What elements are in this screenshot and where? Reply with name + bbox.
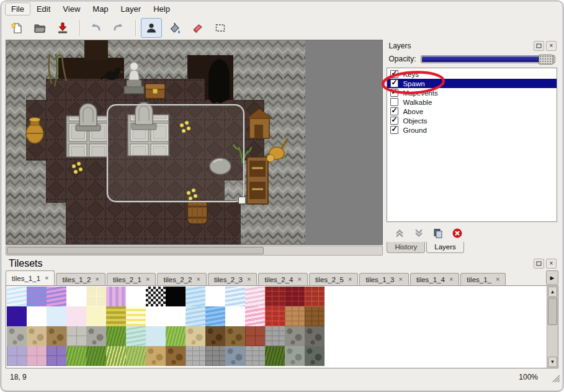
- tileset-tab-2[interactable]: tiles_2_1 ×: [107, 273, 156, 285]
- layer-visibility-checkbox[interactable]: [390, 117, 398, 125]
- tileset-tile[interactable]: [86, 287, 106, 306]
- layer-visibility-checkbox[interactable]: [390, 98, 398, 106]
- layer-visibility-checkbox[interactable]: [390, 107, 398, 115]
- layer-delete-button[interactable]: [450, 226, 464, 240]
- tileset-grid[interactable]: [7, 287, 325, 366]
- tileset-tile[interactable]: [146, 287, 166, 306]
- tileset-tile[interactable]: [106, 287, 126, 306]
- tileset-scrollbar-thumb[interactable]: [548, 298, 557, 325]
- tileset-tile[interactable]: [265, 287, 285, 306]
- tileset-tile[interactable]: [27, 287, 47, 306]
- tileset-tile[interactable]: [7, 326, 27, 346]
- tileset-vertical-scrollbar[interactable]: ▲ ▼: [547, 286, 558, 368]
- tileset-tab-5[interactable]: tiles_2_4 ×: [258, 273, 307, 285]
- tileset-tile[interactable]: [126, 346, 146, 366]
- tab-history[interactable]: History: [387, 242, 425, 253]
- layers-close-button[interactable]: ×: [546, 41, 557, 51]
- tileset-tile[interactable]: [126, 287, 146, 306]
- tileset-tile[interactable]: [7, 287, 27, 306]
- tileset-tile[interactable]: [285, 326, 305, 346]
- tileset-tab-0[interactable]: tiles_1_1 ×: [6, 270, 55, 285]
- tileset-tile[interactable]: [225, 346, 245, 366]
- layer-row-mapevents[interactable]: Mapevents: [387, 88, 557, 97]
- tileset-tile[interactable]: [225, 287, 245, 306]
- save-button[interactable]: [52, 18, 73, 38]
- tileset-tab-8[interactable]: tiles_1_4 ×: [410, 273, 459, 285]
- tileset-tile[interactable]: [27, 346, 47, 366]
- menu-layer[interactable]: Layer: [115, 2, 148, 16]
- tileset-tile[interactable]: [86, 346, 106, 366]
- scroll-track[interactable]: [547, 325, 558, 356]
- close-tab-icon[interactable]: ×: [45, 275, 48, 282]
- resize-grip[interactable]: [552, 375, 560, 383]
- scroll-down-button[interactable]: ▼: [548, 357, 557, 367]
- tileset-tile[interactable]: [27, 326, 47, 346]
- tileset-tile[interactable]: [126, 326, 146, 346]
- layer-visibility-checkbox[interactable]: [390, 79, 398, 87]
- tileset-tile[interactable]: [245, 306, 265, 326]
- tileset-tile[interactable]: [86, 326, 106, 346]
- map-horizontal-scrollbar[interactable]: [6, 246, 383, 256]
- tileset-tile[interactable]: [205, 346, 225, 366]
- menu-edit[interactable]: Edit: [30, 2, 56, 16]
- tileset-tile[interactable]: [245, 287, 265, 306]
- tileset-tile[interactable]: [305, 287, 325, 306]
- tileset-tile[interactable]: [66, 326, 86, 346]
- layer-visibility-checkbox[interactable]: [390, 70, 398, 78]
- tileset-tile[interactable]: [265, 306, 285, 326]
- tileset-tile[interactable]: [166, 346, 186, 366]
- map-viewport[interactable]: [6, 40, 383, 245]
- eraser-tool-button[interactable]: [187, 18, 208, 38]
- map-horizontal-scrollbar-thumb[interactable]: [7, 247, 264, 254]
- close-tab-icon[interactable]: ×: [96, 276, 99, 283]
- tileset-tile[interactable]: [265, 326, 285, 346]
- tileset-tile[interactable]: [27, 306, 47, 326]
- tileset-tile[interactable]: [186, 326, 205, 346]
- selection-resize-handle[interactable]: [239, 197, 246, 204]
- new-file-button[interactable]: [6, 18, 27, 38]
- tileset-tile[interactable]: [47, 306, 66, 326]
- tileset-tile[interactable]: [186, 287, 205, 306]
- tileset-tile[interactable]: [285, 346, 305, 366]
- close-tab-icon[interactable]: ×: [146, 276, 150, 283]
- tileset-tile[interactable]: [305, 346, 325, 366]
- layer-row-ground[interactable]: Ground: [387, 125, 557, 135]
- tileset-tile[interactable]: [106, 326, 126, 346]
- tileset-tile[interactable]: [245, 326, 265, 346]
- tilesets-close-button[interactable]: ×: [546, 259, 557, 269]
- tileset-tile[interactable]: [186, 346, 205, 366]
- tileset-tile[interactable]: [7, 346, 27, 366]
- menu-map[interactable]: Map: [86, 2, 114, 16]
- layer-row-above[interactable]: Above: [387, 107, 557, 116]
- menu-view[interactable]: View: [56, 2, 86, 16]
- tileset-tile[interactable]: [245, 346, 265, 366]
- stamp-tool-button[interactable]: [141, 18, 162, 38]
- menu-help[interactable]: Help: [147, 2, 176, 16]
- tileset-tab-7[interactable]: tiles_1_3 ×: [359, 273, 408, 285]
- map-selection[interactable]: [107, 105, 246, 204]
- layer-raise-button[interactable]: [393, 226, 406, 240]
- tileset-tile[interactable]: [305, 306, 325, 326]
- opacity-slider[interactable]: [421, 55, 555, 63]
- tilesets-float-button[interactable]: [534, 259, 544, 269]
- layer-duplicate-button[interactable]: [431, 226, 445, 240]
- tileset-tile[interactable]: [205, 287, 225, 306]
- tileset-tile[interactable]: [86, 306, 106, 326]
- tileset-tile[interactable]: [66, 287, 86, 306]
- tileset-tile[interactable]: [66, 306, 86, 326]
- tileset-tile[interactable]: [106, 346, 126, 366]
- tileset-tile[interactable]: [166, 306, 186, 326]
- layer-row-keys[interactable]: Keys: [387, 69, 557, 79]
- close-tab-icon[interactable]: ×: [197, 276, 200, 283]
- layer-visibility-checkbox[interactable]: [390, 89, 398, 97]
- opacity-slider-handle[interactable]: [539, 55, 553, 65]
- tileset-tile[interactable]: [285, 306, 305, 326]
- tileset-tile[interactable]: [106, 306, 126, 326]
- layer-row-objects[interactable]: Objects: [387, 116, 557, 125]
- layer-list[interactable]: Keys Spawn Mapevents Walkable Above: [387, 68, 557, 222]
- menu-file[interactable]: File: [5, 2, 30, 16]
- tileset-tile[interactable]: [126, 306, 146, 326]
- tileset-tile[interactable]: [225, 326, 245, 346]
- tileset-tab-4[interactable]: tiles_2_3 ×: [208, 273, 257, 285]
- close-tab-icon[interactable]: ×: [398, 276, 402, 283]
